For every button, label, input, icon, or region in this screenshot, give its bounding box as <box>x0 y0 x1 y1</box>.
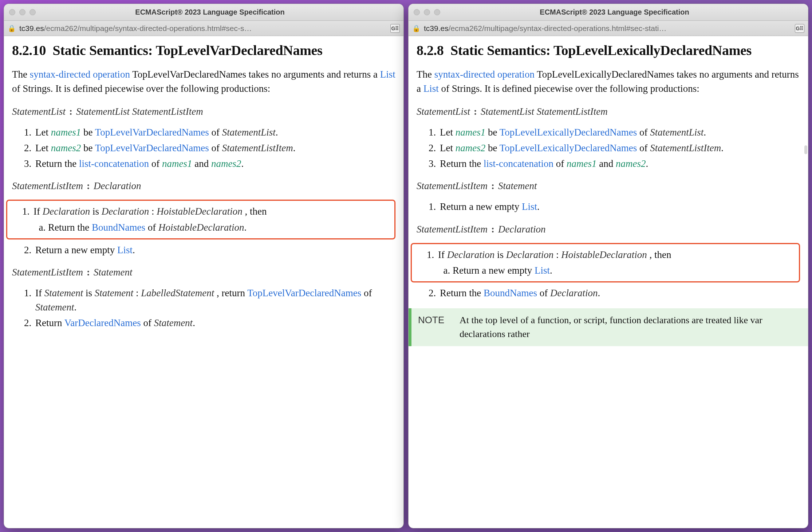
intro-paragraph: The syntax-directed operation TopLevelLe… <box>417 67 800 96</box>
minimize-icon[interactable] <box>424 9 430 15</box>
algo-substep: Return the BoundNames of HoistableDeclar… <box>48 220 391 235</box>
sdo-link[interactable]: syntax-directed operation <box>434 69 535 80</box>
page-content[interactable]: 8.2.8 Static Semantics: TopLevelLexicall… <box>409 36 808 528</box>
op-link[interactable]: TopLevelVarDeclaredNames <box>95 127 209 138</box>
algorithm-steps: Let names1 be TopLevelVarDeclaredNames o… <box>29 125 395 171</box>
list-link[interactable]: List <box>117 245 133 255</box>
window-title: ECMAScript® 2023 Language Specification <box>444 8 803 16</box>
list-link[interactable]: List <box>535 265 550 276</box>
algorithm-steps: Return a new empty List. <box>433 200 800 214</box>
grammar-production: StatementList:StatementList StatementLis… <box>417 105 800 119</box>
algo-step: Return the list-concatenation of names1 … <box>438 157 800 171</box>
page-content[interactable]: 8.2.10 Static Semantics: TopLevelVarDecl… <box>4 36 403 528</box>
note-label: NOTE <box>418 313 451 341</box>
grammar-production: StatementListItem:Statement <box>12 265 395 279</box>
algo-step: If Declaration is Declaration : Hoistabl… <box>32 204 391 234</box>
highlighted-region: If Declaration is Declaration : Hoistabl… <box>6 200 395 239</box>
close-icon[interactable] <box>414 9 420 15</box>
grammar-production: StatementListItem:Declaration <box>12 179 395 193</box>
grammar-production: StatementListItem:Declaration <box>417 222 800 236</box>
algo-step: Return a new empty List. <box>438 200 800 214</box>
algo-step: Let names2 be TopLevelLexicallyDeclaredN… <box>438 141 800 155</box>
algo-step: If Declaration is Declaration : Hoistabl… <box>437 248 796 278</box>
grammar-production: StatementList:StatementList StatementLis… <box>12 105 395 119</box>
titlebar: ECMAScript® 2023 Language Specification <box>4 4 403 21</box>
section-heading: 8.2.10 Static Semantics: TopLevelVarDecl… <box>12 42 395 59</box>
window-controls <box>414 9 440 15</box>
sdo-link[interactable]: syntax-directed operation <box>30 69 130 80</box>
browser-window-left: ECMAScript® 2023 Language Specification … <box>4 4 404 528</box>
url-text: tc39.es/ecma262/multipage/syntax-directe… <box>424 24 791 33</box>
minimize-icon[interactable] <box>19 9 25 15</box>
op-link[interactable]: BoundNames <box>484 287 537 298</box>
window-controls <box>9 9 36 15</box>
op-link[interactable]: VarDeclaredNames <box>64 317 141 328</box>
window-title: ECMAScript® 2023 Language Specification <box>40 8 398 16</box>
intro-paragraph: The syntax-directed operation TopLevelVa… <box>12 67 395 96</box>
titlebar: ECMAScript® 2023 Language Specification <box>409 4 808 21</box>
maximize-icon[interactable] <box>29 9 36 15</box>
algo-step: Return VarDeclaredNames of Statement. <box>34 316 395 330</box>
op-link[interactable]: BoundNames <box>92 222 145 233</box>
algo-substep: Return a new empty List. <box>453 263 796 278</box>
highlighted-region: If Declaration is Declaration : Hoistabl… <box>411 243 800 282</box>
algo-step: Let names2 be TopLevelVarDeclaredNames o… <box>34 141 395 155</box>
list-link[interactable]: List <box>380 69 395 80</box>
algo-step: Return the list-concatenation of names1 … <box>34 157 395 171</box>
lock-icon: 🔒 <box>8 24 16 32</box>
algorithm-steps: If Statement is Statement : LabelledStat… <box>29 286 395 330</box>
algorithm-steps: Return a new empty List. <box>29 243 395 257</box>
op-link[interactable]: TopLevelLexicallyDeclaredNames <box>500 127 637 138</box>
op-link[interactable]: list-concatenation <box>484 158 553 169</box>
algo-step: If Statement is Statement : LabelledStat… <box>34 286 395 314</box>
algo-step: Let names1 be TopLevelVarDeclaredNames o… <box>34 125 395 140</box>
note-body: At the top level of a function, or scrip… <box>460 313 801 341</box>
op-link[interactable]: list-concatenation <box>79 158 149 169</box>
op-link[interactable]: TopLevelVarDeclaredNames <box>247 287 361 298</box>
grammar-production: StatementListItem:Statement <box>417 179 800 193</box>
algo-step: Return a new empty List. <box>34 243 395 257</box>
translate-icon[interactable]: G⠿ <box>795 24 804 33</box>
url-text: tc39.es/ecma262/multipage/syntax-directe… <box>19 24 387 33</box>
close-icon[interactable] <box>9 9 15 15</box>
algorithm-steps: Return the BoundNames of Declaration. <box>433 286 800 300</box>
address-bar[interactable]: 🔒 tc39.es/ecma262/multipage/syntax-direc… <box>409 21 808 36</box>
list-link[interactable]: List <box>423 83 439 94</box>
algo-step: Return the BoundNames of Declaration. <box>438 286 800 300</box>
algo-step: Let names1 be TopLevelLexicallyDeclaredN… <box>438 125 800 140</box>
translate-icon[interactable]: G⠿ <box>390 24 400 33</box>
section-heading: 8.2.8 Static Semantics: TopLevelLexicall… <box>417 42 800 59</box>
op-link[interactable]: TopLevelVarDeclaredNames <box>95 142 209 153</box>
op-link[interactable]: TopLevelLexicallyDeclaredNames <box>500 142 637 153</box>
scrollbar-thumb[interactable] <box>804 145 807 154</box>
algorithm-steps: Let names1 be TopLevelLexicallyDeclaredN… <box>433 125 800 171</box>
lock-icon: 🔒 <box>412 24 420 32</box>
address-bar[interactable]: 🔒 tc39.es/ecma262/multipage/syntax-direc… <box>4 21 403 36</box>
browser-window-right: ECMAScript® 2023 Language Specification … <box>408 4 808 528</box>
maximize-icon[interactable] <box>434 9 440 15</box>
note-block: NOTE At the top level of a function, or … <box>409 308 808 346</box>
list-link[interactable]: List <box>522 201 537 212</box>
